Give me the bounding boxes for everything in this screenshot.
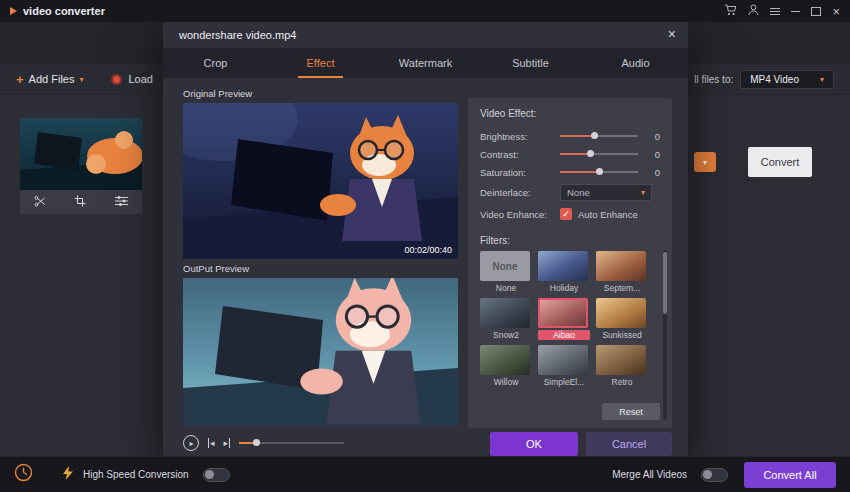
schedule-clock-icon[interactable] — [14, 463, 33, 486]
format-value: MP4 Video — [750, 74, 799, 85]
seek-knob[interactable] — [253, 439, 260, 446]
scissors-icon[interactable] — [34, 193, 46, 211]
filter-item-none[interactable]: None None — [480, 251, 532, 293]
convert-button[interactable]: Convert — [748, 147, 812, 177]
tab-crop[interactable]: Crop — [163, 48, 268, 78]
slider-knob[interactable] — [587, 150, 594, 157]
file-format-caret-icon: ▾ — [703, 158, 707, 167]
tab-watermark[interactable]: Watermark — [373, 48, 478, 78]
merge-label: Merge All Videos — [612, 469, 687, 480]
titlebar: video converter × — [0, 0, 850, 22]
video-effect-title: Video Effect: — [480, 108, 660, 119]
filter-item-snow2[interactable]: Snow2 — [480, 298, 532, 340]
contrast-slider[interactable] — [560, 153, 638, 155]
saturation-row: Saturation: 0 — [480, 163, 660, 181]
contrast-label: Contrast: — [480, 149, 560, 160]
filter-thumb[interactable] — [480, 298, 530, 328]
filter-thumb[interactable] — [538, 251, 588, 281]
filters-title: Filters: — [480, 235, 660, 246]
close-icon[interactable]: × — [832, 5, 840, 18]
auto-enhance-option-label: Auto Enhance — [578, 209, 638, 220]
reset-button[interactable]: Reset — [602, 403, 660, 420]
auto-enhance-checkbox[interactable]: ✓ — [560, 208, 572, 220]
tab-subtitle[interactable]: Subtitle — [478, 48, 583, 78]
minimize-icon[interactable] — [791, 11, 800, 12]
effect-panel: Video Effect: Brightness: 0 Contrast: 0 … — [468, 98, 672, 428]
load-button[interactable]: Load — [128, 73, 152, 85]
output-preview-label: OutPut Preview — [183, 263, 458, 274]
seek-fill — [239, 442, 253, 444]
file-card[interactable] — [20, 118, 142, 214]
convert-all-button[interactable]: Convert All — [744, 462, 836, 488]
add-files-caret-icon[interactable]: ▾ — [79, 75, 83, 84]
filter-item-aibao[interactable]: Aibao — [538, 298, 590, 340]
preview-timestamp: 00:02/00:40 — [404, 245, 452, 255]
filter-item-holiday[interactable]: Holiday — [538, 251, 590, 293]
toggle-knob — [205, 470, 214, 479]
play-icon: ▸ — [189, 439, 193, 448]
saturation-slider[interactable] — [560, 171, 638, 173]
filter-grid: None None Holiday Septem... Snow2 — [480, 251, 660, 387]
add-files-button[interactable]: Add Files — [29, 73, 75, 85]
adjust-icon[interactable] — [115, 193, 128, 211]
saturation-label: Saturation: — [480, 167, 560, 178]
tab-effect[interactable]: Effect — [268, 48, 373, 78]
app-logo-icon — [10, 7, 17, 15]
output-preview-video — [183, 278, 458, 426]
filter-thumb[interactable]: None — [480, 251, 530, 281]
filter-thumb[interactable] — [596, 345, 646, 375]
high-speed-toggle[interactable] — [203, 468, 230, 482]
deinterlace-dropdown[interactable]: None ▾ — [560, 184, 652, 201]
filters-scrollbar[interactable] — [663, 250, 667, 420]
tab-audio[interactable]: Audio — [583, 48, 688, 78]
crop-icon[interactable] — [74, 193, 86, 211]
video-enhance-row: Video Enhance: ✓ Auto Enhance — [480, 203, 660, 225]
contrast-row: Contrast: 0 — [480, 145, 660, 163]
files-to-label: ll files to: — [694, 74, 733, 85]
filter-item-retro[interactable]: Retro — [596, 345, 648, 387]
file-thumbnail — [20, 118, 142, 190]
brightness-row: Brightness: 0 — [480, 127, 660, 145]
slider-knob[interactable] — [591, 132, 598, 139]
filter-thumb[interactable] — [480, 345, 530, 375]
skip-back-button[interactable]: ◂ — [208, 438, 215, 448]
skip-forward-button[interactable]: ▸ — [224, 438, 231, 448]
brightness-slider[interactable] — [560, 135, 638, 137]
add-files-plus-icon: + — [16, 72, 24, 87]
ok-button[interactable]: OK — [490, 432, 578, 456]
merge-toggle[interactable] — [701, 468, 728, 482]
filter-item-september[interactable]: Septem... — [596, 251, 648, 293]
scrollbar-thumb[interactable] — [663, 252, 667, 314]
app-window: video converter × + Add Files ▾ Load ll … — [0, 0, 850, 492]
file-format-button[interactable]: ▾ — [694, 152, 716, 172]
statusbar: High Speed Conversion Merge All Videos C… — [0, 456, 850, 492]
filter-item-simpleel[interactable]: SimpleEl... — [538, 345, 590, 387]
cart-icon[interactable] — [724, 2, 737, 20]
filter-item-sunkissed[interactable]: Sunkissed — [596, 298, 648, 340]
user-icon[interactable] — [748, 2, 759, 20]
slider-knob[interactable] — [596, 168, 603, 175]
filter-thumb[interactable] — [538, 345, 588, 375]
format-dropdown[interactable]: MP4 Video ▾ — [740, 70, 834, 89]
maximize-icon[interactable] — [811, 7, 821, 16]
menu-icon[interactable] — [770, 8, 780, 15]
filter-thumb[interactable] — [596, 298, 646, 328]
app-title: video converter — [23, 5, 105, 17]
filter-item-willow[interactable]: Willow — [480, 345, 532, 387]
cancel-button[interactable]: Cancel — [586, 432, 672, 456]
brightness-value: 0 — [655, 131, 660, 142]
lightning-icon — [63, 466, 73, 484]
seek-slider[interactable] — [239, 442, 344, 444]
original-preview-label: Original Preview — [183, 88, 458, 99]
filter-thumb[interactable] — [538, 298, 588, 328]
brightness-label: Brightness: — [480, 131, 560, 142]
dialog-title: wondershare video.mp4 — [179, 29, 296, 41]
original-preview-video: 00:02/00:40 — [183, 103, 458, 259]
play-button[interactable]: ▸ — [183, 435, 199, 451]
filter-thumb[interactable] — [596, 251, 646, 281]
deinterlace-row: Deinterlace: None ▾ — [480, 181, 660, 203]
toggle-knob — [703, 470, 712, 479]
window-controls: × — [724, 2, 840, 20]
dialog-close-icon[interactable]: × — [668, 26, 676, 42]
contrast-value: 0 — [655, 149, 660, 160]
